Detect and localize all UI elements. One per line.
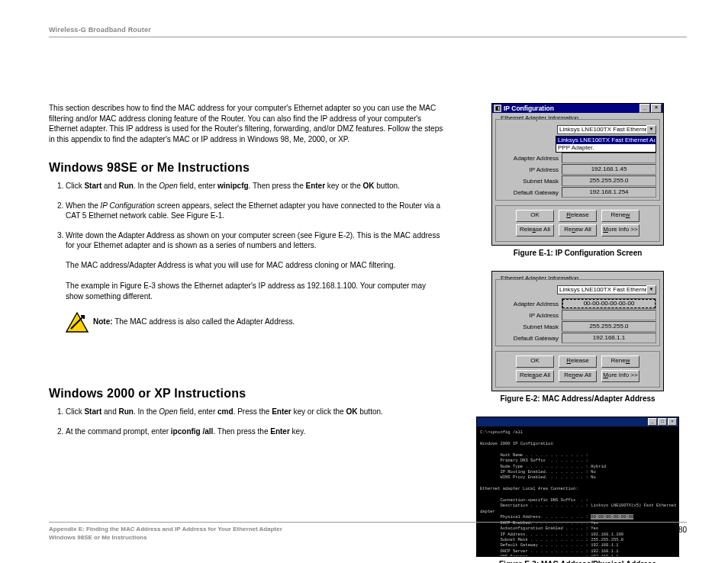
main-text-column: This section describes how to find the M… bbox=[49, 103, 458, 563]
value-ip-address: 192.168.1.45 bbox=[562, 164, 656, 175]
label-subnet-mask: Subnet Mask bbox=[499, 178, 562, 185]
page-number: 80 bbox=[678, 526, 687, 542]
adapter-combo-dropdown[interactable]: Linksys LNE100TX Fast Ethernet Ad PPP Ad… bbox=[556, 136, 656, 153]
note-block: Note: The MAC address is also called the… bbox=[66, 312, 444, 333]
physical-address-highlight: 00-00-00-00-00-00 bbox=[591, 514, 633, 520]
label-default-gateway: Default Gateway bbox=[499, 335, 562, 342]
minimize-button[interactable]: _ bbox=[639, 104, 650, 113]
steps-2000xp: Click Start and Run. In the Open field, … bbox=[49, 407, 444, 436]
label-default-gateway: Default Gateway bbox=[499, 189, 562, 196]
intro-paragraph: This section describes how to find the M… bbox=[49, 103, 444, 144]
value-subnet-mask: 255.255.255.0 bbox=[562, 321, 656, 332]
dialog-title: IP Configuration bbox=[504, 105, 639, 112]
value-adapter-address-hl: 00-00-00-00-00-00 bbox=[562, 298, 656, 309]
minimize-button[interactable]: _ bbox=[648, 418, 657, 426]
step-2: When the IP Configuration screen appears… bbox=[66, 201, 444, 221]
renew-all-button[interactable]: Renew All bbox=[559, 370, 597, 382]
page-footer: Appendix E: Finding the MAC Address and … bbox=[49, 522, 687, 542]
adapter-option[interactable]: PPP Adapter. bbox=[556, 144, 656, 152]
adapter-combo[interactable]: Linksys LNE100TX Fast Etherne ▼ bbox=[557, 125, 656, 134]
adapter-groupbox-e2: Linksys LNE100TX Fast Etherne ▼ Adapter … bbox=[495, 279, 660, 346]
adapter-option-selected[interactable]: Linksys LNE100TX Fast Ethernet Ad bbox=[556, 137, 656, 144]
maximize-button[interactable]: □ bbox=[658, 418, 667, 426]
ipconfig-dialog-e1: ◧ IP Configuration _ × Linksys LNE100TX … bbox=[491, 103, 664, 246]
note-text: Note: The MAC address is also called the… bbox=[93, 312, 295, 327]
ok-button[interactable]: OK bbox=[516, 355, 554, 368]
caution-icon bbox=[66, 312, 89, 333]
step-3-para-2: The MAC address/Adapter Address is what … bbox=[66, 260, 444, 271]
step-3: Write down the Adapter Address as shown … bbox=[66, 230, 444, 251]
xp-step-2: At the command prompt, enter ipconfig /a… bbox=[66, 426, 444, 437]
value-subnet-mask: 255.255.255.0 bbox=[562, 175, 656, 186]
cmd-titlebar: _ □ × bbox=[477, 417, 678, 426]
label-ip-address: IP Address bbox=[499, 166, 562, 173]
release-button[interactable]: Release bbox=[559, 355, 597, 368]
renew-button[interactable]: Renew bbox=[601, 210, 639, 222]
close-button[interactable]: × bbox=[668, 418, 677, 426]
close-button[interactable]: × bbox=[651, 104, 662, 113]
more-info-button[interactable]: More Info >> bbox=[601, 224, 639, 236]
figures-column: ◧ IP Configuration _ × Linksys LNE100TX … bbox=[469, 103, 687, 563]
footer-rule bbox=[49, 522, 687, 523]
adapter-groupbox: Linksys LNE100TX Fast Etherne ▼ Linksys … bbox=[495, 119, 660, 201]
header-rule bbox=[49, 37, 687, 37]
adapter-combo-e2[interactable]: Linksys LNE100TX Fast Etherne ▼ bbox=[557, 285, 656, 294]
value-adapter-address bbox=[562, 153, 656, 163]
adapter-combo-value-e2: Linksys LNE100TX Fast Etherne bbox=[557, 285, 646, 294]
xp-step-1: Click Start and Run. In the Open field, … bbox=[66, 407, 444, 417]
footer-line-1: Appendix E: Finding the MAC Address and … bbox=[49, 526, 282, 532]
figure-e2: Linksys LNE100TX Fast Etherne ▼ Adapter … bbox=[469, 271, 687, 403]
release-button[interactable]: Release bbox=[559, 210, 597, 222]
step-3-para-3: The example in Figure E-3 shows the Ethe… bbox=[66, 281, 444, 301]
steps-98se: Click Start and Run. In the Open field, … bbox=[49, 181, 444, 251]
renew-button[interactable]: Renew bbox=[601, 355, 639, 368]
footer-line-2: Windows 98SE or Me Instructions bbox=[49, 534, 282, 542]
value-ip-address bbox=[562, 310, 656, 320]
more-info-button[interactable]: More Info >> bbox=[601, 370, 639, 382]
label-ip-address: IP Address bbox=[499, 312, 562, 319]
dialog-titlebar: ◧ IP Configuration _ × bbox=[492, 104, 663, 113]
label-subnet-mask: Subnet Mask bbox=[499, 323, 562, 330]
adapter-combo-value: Linksys LNE100TX Fast Etherne bbox=[557, 125, 646, 134]
label-adapter-address: Adapter Address bbox=[499, 155, 562, 162]
chevron-down-icon[interactable]: ▼ bbox=[646, 285, 656, 294]
value-default-gateway: 192.168.1.1 bbox=[562, 333, 656, 343]
section-heading-98se: Windows 98SE or Me Instructions bbox=[49, 161, 444, 175]
value-default-gateway: 192.168.1.254 bbox=[562, 187, 656, 198]
label-adapter-address: Adapter Address bbox=[499, 301, 562, 307]
running-header: Wireless-G Broadband Router bbox=[49, 26, 687, 34]
chevron-down-icon[interactable]: ▼ bbox=[646, 125, 656, 134]
figure-e2-caption: Figure E-2: MAC Address/Adapter Address bbox=[469, 394, 687, 403]
release-all-button[interactable]: Release All bbox=[516, 224, 554, 236]
figure-e1-caption: Figure E-1: IP Configuration Screen bbox=[469, 249, 687, 257]
step-1: Click Start and Run. In the Open field, … bbox=[66, 181, 444, 191]
figure-e1: ◧ IP Configuration _ × Linksys LNE100TX … bbox=[469, 103, 687, 257]
section-heading-2000xp: Windows 2000 or XP Instructions bbox=[49, 387, 444, 401]
renew-all-button[interactable]: Renew All bbox=[559, 224, 597, 236]
ok-button[interactable]: OK bbox=[516, 210, 554, 222]
figure-e3-caption: Figure E-3: MAC Address/Physical Address bbox=[469, 560, 687, 563]
app-icon: ◧ bbox=[494, 105, 501, 112]
ipconfig-dialog-e2: Linksys LNE100TX Fast Etherne ▼ Adapter … bbox=[491, 271, 664, 391]
release-all-button[interactable]: Release All bbox=[516, 370, 554, 382]
